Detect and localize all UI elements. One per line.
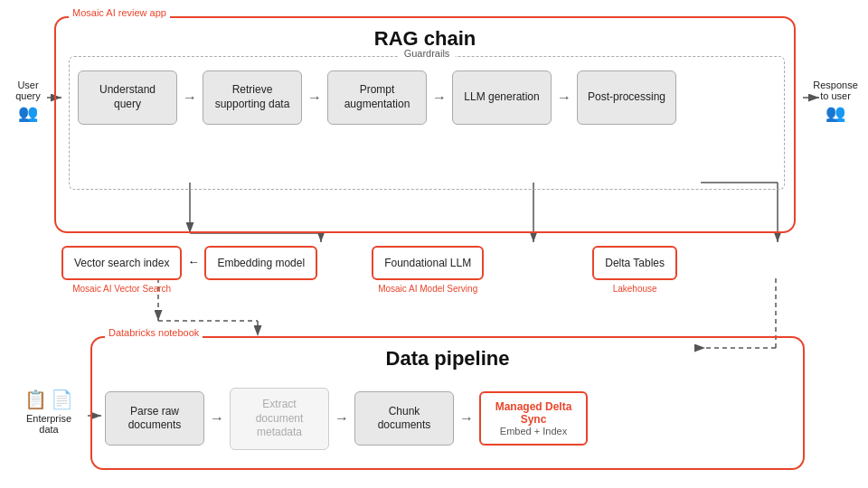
- embedding-box: Embedding model: [204, 246, 317, 280]
- vector-search-label: Mosaic AI Vector Search: [72, 284, 171, 294]
- step-llm: LLM generation: [452, 70, 552, 125]
- user-icon: 👥: [5, 103, 51, 123]
- step-chunk: Chunk documents: [354, 391, 454, 446]
- rag-section-label: Mosaic AI review app: [69, 7, 170, 18]
- step-prompt: Prompt augmentation: [327, 70, 427, 125]
- step-retrieve: Retrieve supporting data: [203, 70, 302, 125]
- step-extract: Extract document metadata: [230, 388, 329, 450]
- managed-title: Managed Delta Sync: [490, 400, 577, 426]
- response-user-label: Response to user 👥: [808, 80, 863, 123]
- arrow-4: →: [552, 89, 577, 106]
- step-post: Post-processing: [577, 70, 676, 125]
- table-icon: 📋: [24, 389, 47, 410]
- foundational-llm-box: Foundational LLM: [372, 246, 484, 280]
- data-arrow-3: →: [454, 410, 479, 427]
- delta-tables-label: Lakehouse: [613, 284, 657, 294]
- foundational-llm-item: Foundational LLM Mosaic AI Model Serving: [372, 246, 484, 294]
- data-arrow-2: →: [329, 410, 354, 427]
- user-query-label: User query 👥: [5, 80, 51, 123]
- arrow-2: →: [302, 89, 327, 106]
- delta-tables-box: Delta Tables: [592, 246, 677, 280]
- data-section-label: Databricks notebook: [105, 327, 203, 338]
- arrow-3: →: [427, 89, 452, 106]
- pipeline-steps: Understand query → Retrieve supporting d…: [78, 70, 776, 125]
- rag-section: Mosaic AI review app RAG chain Guardrail…: [54, 16, 796, 233]
- guardrails-label: Guardrails: [399, 48, 456, 59]
- vector-search-item: Vector search index Mosaic AI Vector Sea…: [61, 246, 182, 294]
- embedding-item: Embedding model: [204, 246, 317, 284]
- doc-icon: 📄: [51, 389, 73, 410]
- data-arrow-1: →: [204, 410, 230, 427]
- enterprise-data-label: 📋 📄 Enterprise data: [16, 389, 81, 435]
- step-managed: Managed Delta Sync Embed + Index: [479, 391, 588, 446]
- step-understand: Understand query: [78, 70, 177, 125]
- data-pipeline-steps: Parse raw documents → Extract document m…: [105, 388, 794, 450]
- middle-row: Vector search index Mosaic AI Vector Sea…: [61, 246, 677, 294]
- data-pipeline-section: Databricks notebook Data pipeline Parse …: [90, 336, 805, 470]
- data-pipeline-title: Data pipeline: [92, 347, 803, 371]
- vector-search-box: Vector search index: [61, 246, 182, 280]
- arrow-embed-vector: ←: [182, 255, 204, 268]
- arrow-1: →: [177, 89, 203, 106]
- diagram-container: User query 👥 Response to user 👥 Mosaic A…: [0, 0, 868, 488]
- foundational-llm-label: Mosaic AI Model Serving: [378, 284, 477, 294]
- doc-icons: 📋 📄: [16, 389, 81, 410]
- response-icon: 👥: [808, 103, 863, 123]
- managed-subtitle: Embed + Index: [500, 426, 567, 436]
- delta-tables-item: Delta Tables Lakehouse: [592, 246, 677, 294]
- step-parse: Parse raw documents: [105, 391, 204, 446]
